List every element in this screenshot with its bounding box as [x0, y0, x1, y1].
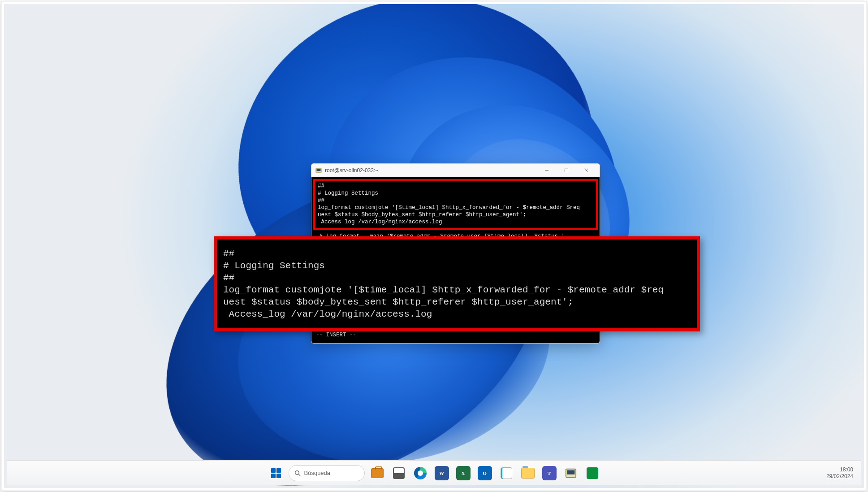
zoom-line: ## — [223, 273, 234, 283]
taskbar-app-green[interactable] — [583, 464, 601, 482]
taskbar-edge[interactable] — [411, 464, 429, 482]
windows-icon — [271, 468, 281, 478]
zoom-line: log_format customjote '[$time_local] $ht… — [223, 285, 664, 295]
zoom-line: Access_log /var/log/nginx/access.log — [223, 309, 432, 319]
svg-rect-1 — [317, 169, 321, 171]
search-placeholder: Búsqueda — [304, 470, 331, 476]
putty-titlebar[interactable]: root@srv-olin02-033:~ — [311, 164, 600, 177]
putty-taskbar-icon — [565, 467, 577, 479]
outlook-icon: O — [478, 466, 492, 480]
svg-rect-10 — [567, 470, 574, 474]
taskbar-excel[interactable]: X — [454, 464, 472, 482]
svg-rect-2 — [318, 172, 320, 173]
terminal-line: ## — [318, 197, 324, 204]
svg-point-7 — [295, 470, 299, 475]
maximize-button[interactable] — [557, 164, 576, 177]
green-app-icon — [587, 467, 598, 479]
terminal-highlighted-block: ## # Logging Settings ## log_format cust… — [313, 179, 598, 230]
taskbar-notepad[interactable] — [497, 464, 515, 482]
notepad-icon — [501, 467, 512, 479]
taskview-icon — [393, 467, 405, 479]
taskbar-teams[interactable]: T — [540, 464, 558, 482]
svg-line-8 — [298, 474, 300, 476]
search-icon — [294, 470, 301, 476]
zoom-line: ## — [223, 248, 234, 259]
edge-icon — [414, 467, 427, 479]
taskbar-word[interactable]: W — [433, 464, 451, 482]
taskbar-explorer[interactable] — [519, 464, 537, 482]
screenshot-frame: root@srv-olin02-033:~ ## # Logging Setti… — [1, 1, 867, 491]
terminal-line: log_format customjote '[$time_local] $ht… — [318, 205, 580, 211]
start-button[interactable] — [267, 464, 285, 482]
taskbar-putty[interactable] — [562, 464, 580, 482]
terminal-line: uest $status $body_bytes_sent $http_refe… — [318, 212, 526, 218]
terminal-line: Access_log /var/log/nginx/access.log — [318, 219, 442, 225]
clock[interactable]: 18:00 29/02/2024 — [826, 466, 853, 480]
zoom-callout: ## # Logging Settings ## log_format cust… — [214, 236, 700, 331]
zoom-line: uest $status $body_bytes_sent $http_refe… — [223, 297, 573, 307]
terminal-line: # Logging Settings — [318, 190, 378, 196]
desktop-background: root@srv-olin02-033:~ ## # Logging Setti… — [4, 4, 864, 488]
briefcase-icon — [371, 468, 384, 478]
clock-date: 29/02/2024 — [826, 473, 853, 480]
file-explorer-icon — [521, 468, 535, 479]
putty-icon — [315, 167, 322, 174]
zoom-line: # Logging Settings — [223, 261, 325, 271]
minimize-button[interactable] — [537, 164, 557, 177]
word-icon: W — [435, 466, 449, 480]
taskbar-outlook[interactable]: O — [476, 464, 494, 482]
taskbar-briefcase[interactable] — [368, 464, 386, 482]
teams-icon: T — [542, 466, 557, 480]
taskbar-search[interactable]: Búsqueda — [289, 465, 365, 481]
close-button[interactable] — [576, 164, 596, 177]
excel-icon: X — [456, 466, 471, 480]
taskbar: Búsqueda W X O T 18:00 29/02/2024 — [7, 460, 861, 485]
clock-time: 18:00 — [826, 466, 853, 473]
putty-title: root@srv-olin02-033:~ — [325, 167, 378, 174]
system-tray[interactable]: 18:00 29/02/2024 — [826, 466, 853, 480]
terminal-line: ## — [318, 183, 324, 189]
svg-rect-4 — [565, 169, 568, 172]
vim-mode: -- INSERT -- — [316, 332, 356, 338]
taskbar-taskview[interactable] — [390, 464, 408, 482]
